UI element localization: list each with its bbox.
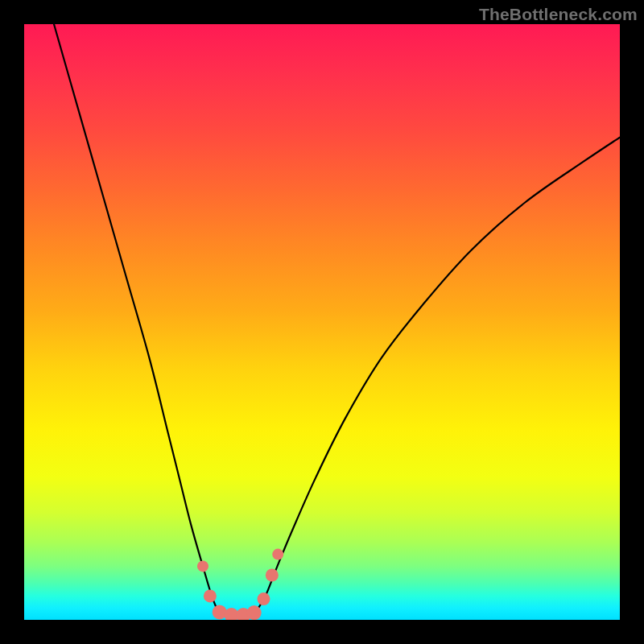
curve-right-branch bbox=[257, 138, 620, 611]
curve-group bbox=[54, 24, 620, 617]
data-marker bbox=[204, 589, 217, 602]
data-marker bbox=[197, 560, 208, 572]
data-marker bbox=[272, 549, 283, 560]
chart-frame: TheBottleneck.com bbox=[0, 0, 644, 644]
curve-left-branch bbox=[54, 24, 218, 611]
watermark-text: TheBottleneck.com bbox=[479, 5, 638, 24]
data-marker bbox=[257, 592, 270, 605]
data-marker bbox=[266, 569, 279, 582]
chart-svg bbox=[24, 24, 620, 620]
plot-area bbox=[24, 24, 620, 620]
data-marker bbox=[247, 605, 262, 620]
